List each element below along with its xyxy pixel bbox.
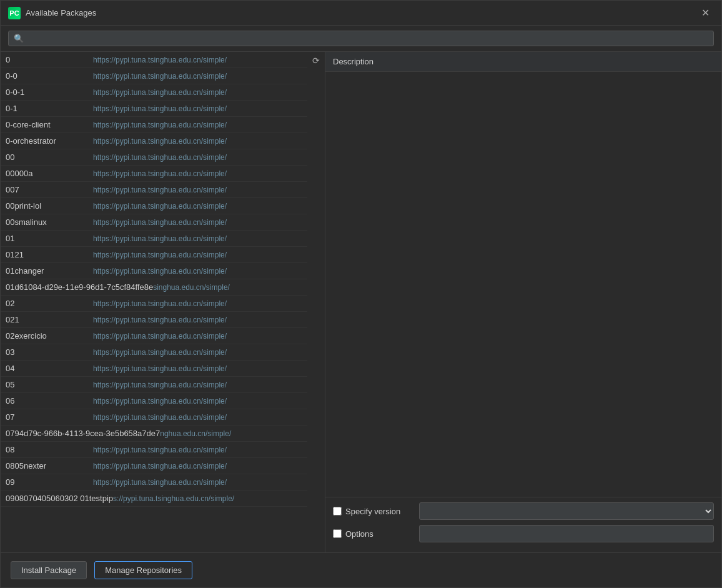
package-url: https://pypi.tuna.tsinghua.edu.cn/simple…	[93, 332, 302, 341]
package-row[interactable]: 007https://pypi.tuna.tsinghua.edu.cn/sim…	[1, 182, 307, 198]
description-label: Description	[325, 52, 721, 72]
package-name: 02	[6, 299, 93, 308]
package-name: 08	[6, 445, 93, 454]
package-url: https://pypi.tuna.tsinghua.edu.cn/simple…	[93, 234, 302, 243]
package-row[interactable]: 01changerhttps://pypi.tuna.tsinghua.edu.…	[1, 263, 307, 279]
options-checkbox[interactable]	[333, 529, 342, 538]
pkg-list-with-scrollbar: 0https://pypi.tuna.tsinghua.edu.cn/simpl…	[1, 52, 325, 552]
specify-version-label[interactable]: Specify version	[345, 507, 400, 516]
package-url: https://pypi.tuna.tsinghua.edu.cn/simple…	[93, 104, 302, 113]
package-name: 04	[6, 364, 93, 373]
package-name: 00	[6, 152, 93, 162]
package-row[interactable]: 0-0-1https://pypi.tuna.tsinghua.edu.cn/s…	[1, 84, 307, 101]
search-icon: 🔍	[14, 34, 24, 43]
package-row[interactable]: 0https://pypi.tuna.tsinghua.edu.cn/simpl…	[1, 52, 307, 68]
package-url: https://pypi.tuna.tsinghua.edu.cn/simple…	[93, 299, 302, 308]
close-button[interactable]: ✕	[696, 4, 714, 22]
dialog-title: Available Packages	[26, 8, 696, 17]
package-url: https://pypi.tuna.tsinghua.edu.cn/simple…	[93, 56, 302, 64]
search-bar: 🔍	[1, 26, 721, 52]
package-name: 0-0-1	[6, 87, 93, 97]
package-name: 00smalinux	[6, 217, 93, 227]
right-panel: Description Specify version Options	[325, 52, 721, 552]
package-url: https://pypi.tuna.tsinghua.edu.cn/simple…	[93, 186, 302, 194]
package-row[interactable]: 0794d79c-966b-4113-9cea-3e5b658a7de7nghu…	[1, 426, 307, 442]
package-row[interactable]: 0-1https://pypi.tuna.tsinghua.edu.cn/sim…	[1, 101, 307, 117]
refresh-button[interactable]: ⟳	[307, 53, 325, 68]
package-list-scroll[interactable]: 0https://pypi.tuna.tsinghua.edu.cn/simpl…	[1, 52, 307, 552]
package-name: 0121	[6, 250, 93, 259]
package-row[interactable]: 02exerciciohttps://pypi.tuna.tsinghua.ed…	[1, 328, 307, 344]
specify-version-checkbox[interactable]	[333, 507, 342, 516]
package-row[interactable]: 00smalinuxhttps://pypi.tuna.tsinghua.edu…	[1, 214, 307, 231]
description-area	[325, 72, 721, 497]
options-label[interactable]: Options	[345, 529, 373, 539]
package-name: 03	[6, 347, 93, 357]
bottom-controls: Specify version Options	[325, 497, 721, 552]
package-row[interactable]: 09https://pypi.tuna.tsinghua.edu.cn/simp…	[1, 474, 307, 491]
package-url: https://pypi.tuna.tsinghua.edu.cn/simple…	[93, 478, 302, 487]
options-row: Options	[333, 525, 714, 542]
package-name: 01	[6, 234, 93, 243]
install-package-button[interactable]: Install Package	[11, 561, 87, 579]
package-name: 0794d79c-966b-4113-9cea-3e5b658a7de7	[6, 429, 160, 438]
manage-repositories-button[interactable]: Manage Repositories	[94, 561, 192, 579]
package-row[interactable]: 02https://pypi.tuna.tsinghua.edu.cn/simp…	[1, 296, 307, 312]
package-url: https://pypi.tuna.tsinghua.edu.cn/simple…	[93, 397, 302, 406]
package-row[interactable]: 07https://pypi.tuna.tsinghua.edu.cn/simp…	[1, 409, 307, 426]
options-checkbox-wrap: Options	[333, 529, 414, 539]
package-url: https://pypi.tuna.tsinghua.edu.cn/simple…	[93, 72, 302, 81]
package-url: singhua.edu.cn/simple/	[153, 283, 302, 292]
package-row[interactable]: 00print-lolhttps://pypi.tuna.tsinghua.ed…	[1, 198, 307, 214]
package-row[interactable]: 01d61084-d29e-11e9-96d1-7c5cf84ffe8esing…	[1, 279, 307, 296]
package-url: https://pypi.tuna.tsinghua.edu.cn/simple…	[93, 381, 302, 389]
options-input[interactable]	[419, 525, 714, 542]
app-icon: PC	[8, 7, 21, 19]
package-url: https://pypi.tuna.tsinghua.edu.cn/simple…	[93, 121, 302, 129]
footer-bar: Install Package Manage Repositories	[1, 552, 721, 587]
package-url: https://pypi.tuna.tsinghua.edu.cn/simple…	[93, 137, 302, 146]
version-select[interactable]	[419, 502, 714, 520]
search-input[interactable]	[27, 34, 708, 43]
package-name: 021	[6, 315, 93, 324]
package-row[interactable]: 0908070405060302 01testpips://pypi.tuna.…	[1, 491, 307, 507]
package-row[interactable]: 04https://pypi.tuna.tsinghua.edu.cn/simp…	[1, 361, 307, 377]
package-row[interactable]: 0805nexterhttps://pypi.tuna.tsinghua.edu…	[1, 458, 307, 474]
package-name: 00print-lol	[6, 201, 93, 211]
package-name: 0908070405060302 01testpip	[6, 494, 113, 503]
package-url: https://pypi.tuna.tsinghua.edu.cn/simple…	[93, 202, 302, 211]
package-row[interactable]: 0-orchestratorhttps://pypi.tuna.tsinghua…	[1, 133, 307, 149]
package-row[interactable]: 03https://pypi.tuna.tsinghua.edu.cn/simp…	[1, 344, 307, 361]
package-name: 0-0	[6, 71, 93, 81]
package-row[interactable]: 00000ahttps://pypi.tuna.tsinghua.edu.cn/…	[1, 166, 307, 182]
package-row[interactable]: 0121https://pypi.tuna.tsinghua.edu.cn/si…	[1, 247, 307, 263]
package-url: https://pypi.tuna.tsinghua.edu.cn/simple…	[93, 413, 302, 422]
package-name: 0-1	[6, 104, 93, 113]
package-row[interactable]: 08https://pypi.tuna.tsinghua.edu.cn/simp…	[1, 442, 307, 458]
package-name: 007	[6, 185, 93, 194]
package-row[interactable]: 0-0https://pypi.tuna.tsinghua.edu.cn/sim…	[1, 68, 307, 84]
package-url: s://pypi.tuna.tsinghua.edu.cn/simple/	[113, 494, 302, 503]
package-name: 0	[6, 55, 93, 64]
package-url: https://pypi.tuna.tsinghua.edu.cn/simple…	[93, 348, 302, 357]
package-name: 0805nexter	[6, 461, 93, 471]
package-url: https://pypi.tuna.tsinghua.edu.cn/simple…	[93, 251, 302, 259]
specify-version-checkbox-wrap: Specify version	[333, 507, 414, 516]
package-row[interactable]: 00https://pypi.tuna.tsinghua.edu.cn/simp…	[1, 149, 307, 166]
package-row[interactable]: 06https://pypi.tuna.tsinghua.edu.cn/simp…	[1, 393, 307, 409]
package-url: https://pypi.tuna.tsinghua.edu.cn/simple…	[93, 169, 302, 178]
main-content: 0https://pypi.tuna.tsinghua.edu.cn/simpl…	[1, 52, 721, 552]
package-url: https://pypi.tuna.tsinghua.edu.cn/simple…	[93, 446, 302, 454]
package-row[interactable]: 0-core-clienthttps://pypi.tuna.tsinghua.…	[1, 117, 307, 133]
search-input-wrap: 🔍	[8, 31, 714, 46]
package-url: https://pypi.tuna.tsinghua.edu.cn/simple…	[93, 267, 302, 276]
package-name: 01changer	[6, 266, 93, 276]
package-row[interactable]: 01https://pypi.tuna.tsinghua.edu.cn/simp…	[1, 231, 307, 247]
package-row[interactable]: 05https://pypi.tuna.tsinghua.edu.cn/simp…	[1, 377, 307, 393]
package-name: 0-orchestrator	[6, 136, 93, 146]
package-name: 06	[6, 396, 93, 406]
package-url: nghua.edu.cn/simple/	[160, 429, 302, 438]
title-bar: PC Available Packages ✕	[1, 1, 721, 26]
package-row[interactable]: 021https://pypi.tuna.tsinghua.edu.cn/sim…	[1, 312, 307, 328]
package-list-panel: 0https://pypi.tuna.tsinghua.edu.cn/simpl…	[1, 52, 325, 552]
